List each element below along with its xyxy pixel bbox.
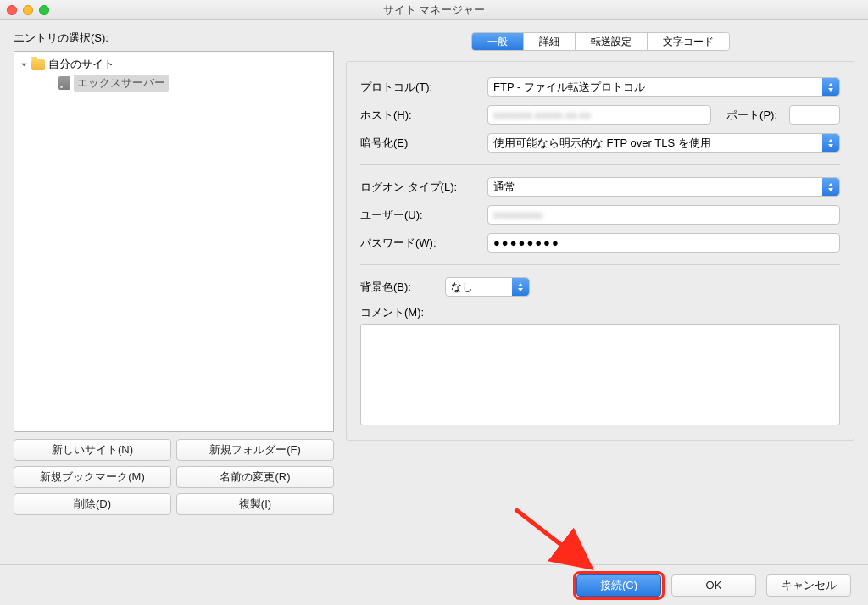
tree-root-label: 自分のサイト xyxy=(48,57,114,72)
bgcolor-value: なし xyxy=(451,280,473,295)
tab-charset[interactable]: 文字コード xyxy=(648,33,729,50)
user-input[interactable]: xxxxxxxxx xyxy=(487,205,840,225)
tree-root-row[interactable]: 自分のサイト xyxy=(19,55,328,74)
logon-type-value: 通常 xyxy=(493,180,515,195)
logon-type-select[interactable]: 通常 xyxy=(487,177,840,197)
select-arrows-icon xyxy=(822,134,839,152)
minimize-icon[interactable] xyxy=(23,5,33,15)
select-arrows-icon xyxy=(822,178,839,196)
new-folder-button[interactable]: 新規フォルダー(F) xyxy=(176,439,334,461)
user-value: xxxxxxxxx xyxy=(493,208,543,221)
maximize-icon[interactable] xyxy=(39,5,49,15)
new-site-button[interactable]: 新しいサイト(N) xyxy=(14,439,171,461)
host-input[interactable]: xxxxxxx.xxxxx.xx.xx xyxy=(487,105,711,125)
entry-select-label: エントリの選択(S): xyxy=(14,31,334,46)
select-arrows-icon xyxy=(822,78,839,96)
window-title: サイト マネージャー xyxy=(0,3,868,18)
select-arrows-icon xyxy=(512,278,529,296)
protocol-value: FTP - ファイル転送プロトコル xyxy=(493,80,645,95)
password-value: ●●●●●●●● xyxy=(493,236,560,249)
delete-button[interactable]: 削除(D) xyxy=(14,493,171,515)
new-bookmark-button[interactable]: 新規ブックマーク(M) xyxy=(14,466,171,488)
window-controls xyxy=(7,5,49,15)
tree-site-label: エックスサーバー xyxy=(74,75,169,92)
port-label: ポート(P): xyxy=(726,108,777,123)
general-pane: プロトコル(T): FTP - ファイル転送プロトコル ホスト(H): xxxx… xyxy=(346,61,854,441)
user-label: ユーザー(U): xyxy=(360,208,479,223)
ok-button[interactable]: OK xyxy=(671,574,756,597)
divider xyxy=(360,264,840,265)
protocol-label: プロトコル(T): xyxy=(360,80,479,95)
footer: 接続(C) OK キャンセル xyxy=(0,564,868,605)
close-icon[interactable] xyxy=(7,5,17,15)
server-icon xyxy=(58,76,70,90)
divider xyxy=(360,164,840,165)
tab-general[interactable]: 一般 xyxy=(472,33,524,50)
connect-button[interactable]: 接続(C) xyxy=(576,574,661,597)
tree-site-row[interactable]: エックスサーバー xyxy=(19,74,328,92)
tab-transfer[interactable]: 転送設定 xyxy=(576,33,648,50)
logon-type-label: ログオン タイプ(L): xyxy=(360,180,479,195)
password-label: パスワード(W): xyxy=(360,236,479,251)
port-input[interactable] xyxy=(789,105,840,125)
rename-button[interactable]: 名前の変更(R) xyxy=(176,466,334,488)
host-label: ホスト(H): xyxy=(360,108,479,123)
chevron-down-icon[interactable] xyxy=(19,60,28,69)
titlebar: サイト マネージャー xyxy=(0,0,868,20)
encryption-label: 暗号化(E) xyxy=(360,136,479,151)
site-tree[interactable]: 自分のサイト エックスサーバー xyxy=(14,51,334,432)
password-input[interactable]: ●●●●●●●● xyxy=(487,233,840,253)
protocol-select[interactable]: FTP - ファイル転送プロトコル xyxy=(487,77,840,97)
encryption-value: 使用可能なら明示的な FTP over TLS を使用 xyxy=(493,136,711,151)
bgcolor-select[interactable]: なし xyxy=(445,277,530,297)
encryption-select[interactable]: 使用可能なら明示的な FTP over TLS を使用 xyxy=(487,133,840,153)
comment-label: コメント(M): xyxy=(360,305,479,320)
bgcolor-label: 背景色(B): xyxy=(360,280,437,295)
comment-textarea[interactable] xyxy=(360,324,840,425)
host-value: xxxxxxx.xxxxx.xx.xx xyxy=(493,108,591,121)
folder-icon xyxy=(31,59,45,70)
tab-group: 一般 詳細 転送設定 文字コード xyxy=(346,32,854,51)
duplicate-button[interactable]: 複製(I) xyxy=(176,493,334,515)
tab-advanced[interactable]: 詳細 xyxy=(524,33,576,50)
cancel-button[interactable]: キャンセル xyxy=(766,574,851,597)
